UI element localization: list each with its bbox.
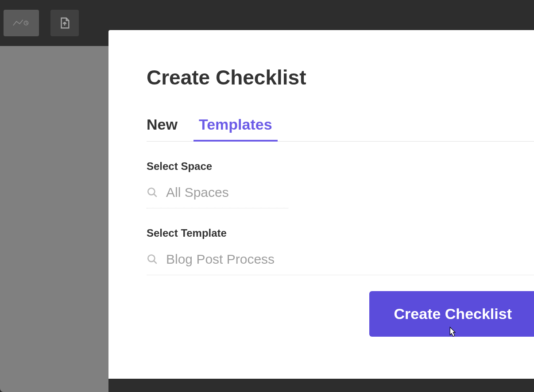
export-icon [58,16,71,30]
space-search-value: All Spaces [166,185,229,200]
svg-point-3 [148,255,155,261]
create-checklist-modal: Create Checklist New Templates Select Sp… [108,30,534,379]
tab-new[interactable]: New [147,116,178,141]
search-icon [147,187,158,198]
select-space-label: Select Space [147,160,534,173]
create-checklist-button[interactable]: Create Checklist [369,291,534,337]
select-template-section: Select Template Blog Post Process [147,227,534,275]
toolbar-export-button[interactable] [50,10,79,36]
select-space-section: Select Space All Spaces [147,160,534,208]
svg-line-2 [154,194,157,197]
tab-templates[interactable]: Templates [199,116,272,141]
chart-icon [12,18,30,28]
modal-title: Create Checklist [147,65,534,89]
search-icon [147,254,158,265]
space-search-row[interactable]: All Spaces [147,185,288,208]
sidebar-dimmed [0,46,108,392]
template-search-row[interactable]: Blog Post Process [147,252,534,275]
template-search-value: Blog Post Process [166,252,275,267]
svg-line-4 [154,261,157,264]
svg-point-1 [148,188,155,195]
toolbar-chart-button[interactable] [4,10,39,36]
select-template-label: Select Template [147,227,534,239]
tab-bar: New Templates [147,116,534,142]
